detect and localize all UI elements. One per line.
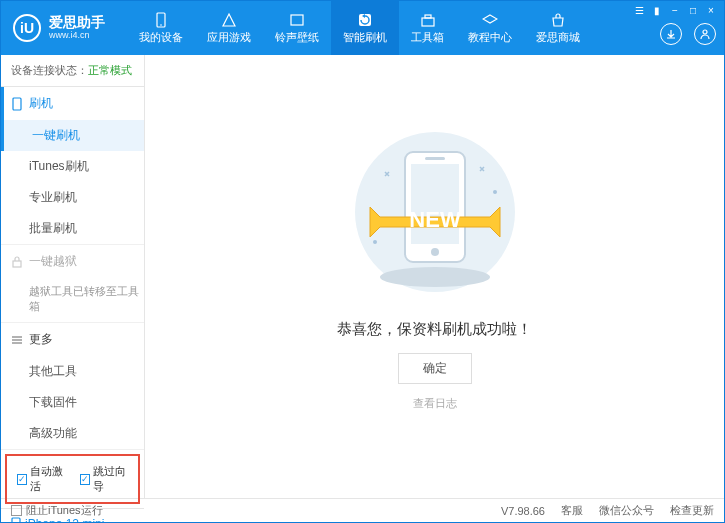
nav-label: 应用游戏: [207, 30, 251, 45]
toolbox-icon: [420, 12, 436, 28]
checkbox-auto-activate[interactable]: ✓ 自动激活: [17, 464, 66, 494]
section-title: 一键越狱: [29, 253, 77, 270]
svg-rect-8: [13, 261, 21, 267]
svg-rect-2: [291, 15, 303, 25]
success-illustration: NEW: [335, 122, 535, 302]
sidebar-more-header[interactable]: 更多: [1, 323, 144, 356]
connection-status: 设备连接状态：正常模式: [1, 55, 144, 87]
checkbox-label: 自动激活: [30, 464, 66, 494]
user-icon[interactable]: [694, 23, 716, 45]
nav-apps[interactable]: 应用游戏: [195, 1, 263, 55]
nav-toolbox[interactable]: 工具箱: [399, 1, 456, 55]
menu-icon: [11, 334, 23, 346]
logo-section: iU 爱思助手 www.i4.cn: [1, 14, 117, 42]
sidebar-jailbreak-header[interactable]: 一键越狱: [1, 245, 144, 278]
store-icon: [550, 12, 566, 28]
maximize-icon[interactable]: □: [686, 5, 700, 15]
download-icon[interactable]: [660, 23, 682, 45]
section-title: 刷机: [29, 95, 53, 112]
svg-point-17: [373, 240, 377, 244]
nav-label: 我的设备: [139, 30, 183, 45]
version-text: V7.98.66: [501, 505, 545, 517]
header-actions: [660, 23, 716, 45]
svg-point-11: [380, 267, 490, 287]
logo-icon: iU: [13, 14, 41, 42]
nav-tutorials[interactable]: 教程中心: [456, 1, 524, 55]
brand-url: www.i4.cn: [49, 31, 105, 41]
nav-label: 爱思商城: [536, 30, 580, 45]
main-content: NEW 恭喜您，保资料刷机成功啦！ 确定 查看日志: [145, 55, 724, 498]
phone-icon: [11, 97, 23, 111]
close-icon[interactable]: ×: [704, 5, 718, 15]
main-nav: 我的设备 应用游戏 铃声壁纸 智能刷机 工具箱 教程中心 爱思商城: [127, 1, 592, 55]
check-icon: ✓: [17, 474, 27, 485]
menu-icon[interactable]: ☰: [632, 5, 646, 15]
apps-icon: [221, 12, 237, 28]
svg-rect-13: [411, 164, 459, 244]
checkbox-block-itunes[interactable]: 阻止iTunes运行: [11, 503, 103, 518]
nav-store[interactable]: 爱思商城: [524, 1, 592, 55]
refresh-icon: [357, 12, 373, 28]
wallpaper-icon: [289, 12, 305, 28]
checkbox-label: 阻止iTunes运行: [26, 503, 103, 518]
check-icon: ✓: [80, 474, 90, 485]
sidebar-flash-header[interactable]: 刷机: [1, 87, 144, 120]
wechat-link[interactable]: 微信公众号: [599, 503, 654, 518]
sidebar-item-batch-flash[interactable]: 批量刷机: [29, 213, 144, 244]
sidebar-item-pro-flash[interactable]: 专业刷机: [29, 182, 144, 213]
minimize-icon[interactable]: −: [668, 5, 682, 15]
svg-rect-15: [425, 157, 445, 160]
sidebar-item-download-firmware[interactable]: 下载固件: [29, 387, 144, 418]
sidebar-item-oneclick-flash[interactable]: 一键刷机: [1, 120, 144, 151]
nav-label: 教程中心: [468, 30, 512, 45]
phone-icon: [153, 12, 169, 28]
svg-point-16: [493, 190, 497, 194]
nav-smart-flash[interactable]: 智能刷机: [331, 1, 399, 55]
jailbreak-note: 越狱工具已转移至工具箱: [29, 278, 144, 322]
svg-rect-4: [422, 18, 434, 26]
checkbox-skip-guide[interactable]: ✓ 跳过向导: [80, 464, 129, 494]
nav-my-device[interactable]: 我的设备: [127, 1, 195, 55]
view-log-link[interactable]: 查看日志: [413, 396, 457, 411]
ok-button[interactable]: 确定: [398, 353, 472, 384]
lock-icon[interactable]: ▮: [650, 5, 664, 15]
sidebar: 设备连接状态：正常模式 刷机 一键刷机 iTunes刷机 专业刷机 批量刷机 一…: [1, 55, 145, 498]
svg-point-1: [160, 24, 162, 26]
app-header: iU 爱思助手 www.i4.cn 我的设备 应用游戏 铃声壁纸 智能刷机 工具…: [1, 1, 724, 55]
brand-name: 爱思助手: [49, 15, 105, 30]
svg-rect-7: [13, 98, 21, 110]
options-row: ✓ 自动激活 ✓ 跳过向导: [5, 454, 140, 504]
success-message: 恭喜您，保资料刷机成功啦！: [337, 320, 532, 339]
svg-point-6: [703, 30, 707, 34]
sidebar-item-advanced[interactable]: 高级功能: [29, 418, 144, 449]
customer-service-link[interactable]: 客服: [561, 503, 583, 518]
svg-rect-5: [425, 15, 431, 18]
status-label: 设备连接状态：: [11, 64, 88, 76]
nav-label: 铃声壁纸: [275, 30, 319, 45]
window-controls: ☰ ▮ − □ ×: [632, 5, 718, 15]
lock-icon: [11, 256, 23, 268]
new-banner-text: NEW: [409, 207, 461, 232]
nav-label: 工具箱: [411, 30, 444, 45]
nav-label: 智能刷机: [343, 30, 387, 45]
checkbox-label: 跳过向导: [93, 464, 129, 494]
graduation-icon: [482, 12, 498, 28]
svg-point-14: [431, 248, 439, 256]
sidebar-item-itunes-flash[interactable]: iTunes刷机: [29, 151, 144, 182]
svg-rect-9: [12, 518, 20, 523]
section-title: 更多: [29, 331, 53, 348]
checkbox-icon: [11, 505, 22, 516]
check-update-link[interactable]: 检查更新: [670, 503, 714, 518]
sidebar-item-other-tools[interactable]: 其他工具: [29, 356, 144, 387]
status-value: 正常模式: [88, 64, 132, 76]
nav-ringtones[interactable]: 铃声壁纸: [263, 1, 331, 55]
